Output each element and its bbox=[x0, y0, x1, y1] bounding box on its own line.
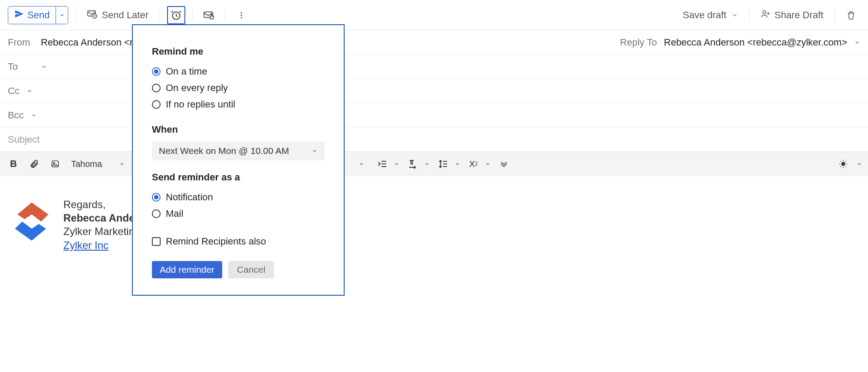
save-draft-button[interactable]: Save draft bbox=[678, 7, 742, 23]
reply-to-value[interactable]: Rebecca Anderson <rebecca@zylker.com> bbox=[664, 37, 847, 48]
svg-point-8 bbox=[763, 10, 766, 13]
when-title: When bbox=[152, 124, 325, 135]
from-label: From bbox=[8, 37, 34, 48]
line-spacing-group bbox=[436, 157, 460, 171]
send-later-button[interactable]: Send Later bbox=[82, 6, 153, 24]
remind-option-on-time[interactable]: On a time bbox=[152, 63, 325, 80]
radio-icon bbox=[152, 209, 161, 218]
svg-point-7 bbox=[240, 17, 242, 18]
line-spacing-button[interactable] bbox=[436, 157, 450, 171]
chevron-down-icon[interactable] bbox=[857, 161, 862, 166]
chevron-down-icon[interactable] bbox=[485, 161, 490, 166]
chevron-down-icon[interactable] bbox=[31, 112, 37, 118]
send-as-option-label: Mail bbox=[166, 208, 183, 219]
secure-mail-button[interactable] bbox=[200, 6, 218, 24]
svg-point-10 bbox=[53, 163, 55, 164]
separator bbox=[192, 10, 193, 21]
cancel-button[interactable]: Cancel bbox=[228, 261, 274, 278]
bold-button[interactable]: B bbox=[6, 157, 21, 171]
radio-icon bbox=[152, 193, 161, 202]
send-later-label: Send Later bbox=[102, 10, 148, 21]
cc-row[interactable]: Cc bbox=[0, 79, 868, 103]
remind-option-no-replies[interactable]: If no replies until bbox=[152, 96, 325, 113]
separator bbox=[835, 10, 835, 21]
chevron-down-icon bbox=[312, 148, 318, 154]
svg-rect-4 bbox=[210, 16, 214, 19]
formatting-toolbar: B Tahoma bbox=[0, 152, 868, 176]
remind-option-label: If no replies until bbox=[166, 99, 235, 110]
send-as-option-label: Notification bbox=[166, 192, 213, 203]
share-draft-label: Share Draft bbox=[775, 10, 824, 21]
chevron-down-icon[interactable] bbox=[854, 39, 860, 46]
separator bbox=[160, 10, 160, 21]
compose-body[interactable]: Regards, Rebecca Anders Zylker Marketing… bbox=[0, 176, 868, 274]
font-name-label: Tahoma bbox=[71, 159, 102, 169]
reminder-button[interactable] bbox=[167, 6, 185, 24]
chevron-down-icon bbox=[119, 161, 125, 166]
remind-recipients-label: Remind Recipients also bbox=[166, 236, 266, 247]
save-draft-label: Save draft bbox=[683, 10, 726, 21]
send-button[interactable]: Send bbox=[8, 7, 56, 24]
from-row: From Rebecca Anderson <rebecca Reply To … bbox=[0, 30, 868, 55]
compose-toolbar: Send Send Later bbox=[0, 0, 868, 30]
send-later-icon bbox=[87, 9, 97, 22]
send-icon bbox=[14, 9, 24, 21]
attachment-button[interactable] bbox=[27, 157, 42, 171]
bcc-label: Bcc bbox=[8, 110, 24, 121]
svg-point-5 bbox=[240, 12, 242, 13]
chevron-down-icon[interactable] bbox=[394, 161, 399, 166]
send-as-mail[interactable]: Mail bbox=[152, 206, 325, 222]
bcc-row[interactable]: Bcc bbox=[0, 103, 868, 127]
chevron-down-icon[interactable] bbox=[41, 64, 47, 70]
discard-button[interactable] bbox=[842, 6, 860, 24]
to-label: To bbox=[8, 61, 34, 72]
chevron-down-icon[interactable] bbox=[455, 161, 460, 166]
chevron-down-icon[interactable] bbox=[26, 88, 33, 94]
send-button-group: Send bbox=[8, 6, 68, 24]
share-icon bbox=[761, 9, 770, 21]
send-as-title: Send reminder as a bbox=[152, 172, 325, 183]
cc-label: Cc bbox=[8, 85, 20, 97]
separator bbox=[75, 10, 76, 21]
company-logo-icon bbox=[8, 198, 56, 245]
share-draft-button[interactable]: Share Draft bbox=[756, 7, 828, 24]
remind-option-every-reply[interactable]: On every reply bbox=[152, 80, 325, 96]
remind-me-title: Remind me bbox=[152, 46, 325, 57]
more-options-button[interactable] bbox=[232, 6, 250, 24]
indent-group bbox=[375, 157, 399, 171]
reminder-popover: Remind me On a time On every reply If no… bbox=[132, 24, 345, 296]
signature-company-link[interactable]: Zylker Inc bbox=[63, 239, 108, 251]
send-as-notification[interactable]: Notification bbox=[152, 189, 325, 206]
text-direction-button[interactable] bbox=[405, 157, 420, 171]
to-row[interactable]: To bbox=[0, 55, 868, 79]
superscript-button[interactable]: X2 bbox=[466, 157, 481, 171]
send-button-label: Send bbox=[27, 10, 49, 21]
svg-point-6 bbox=[240, 14, 242, 16]
svg-point-20 bbox=[842, 162, 845, 165]
send-dropdown-caret[interactable] bbox=[56, 7, 68, 24]
indent-button[interactable] bbox=[375, 157, 390, 171]
more-formatting-button[interactable] bbox=[496, 157, 511, 171]
remind-option-label: On every reply bbox=[166, 82, 228, 94]
popover-button-row: Add reminder Cancel bbox=[152, 261, 325, 278]
separator bbox=[225, 10, 225, 21]
radio-icon bbox=[152, 100, 161, 109]
font-family-select[interactable]: Tahoma bbox=[69, 159, 138, 169]
checkbox-icon bbox=[152, 237, 161, 246]
reply-to-label: Reply To bbox=[620, 37, 657, 48]
radio-icon bbox=[152, 67, 161, 76]
remind-recipients-checkbox[interactable]: Remind Recipients also bbox=[152, 233, 325, 250]
chevron-down-icon[interactable] bbox=[354, 157, 369, 171]
direction-group bbox=[405, 157, 430, 171]
when-value: Next Week on Mon @ 10.00 AM bbox=[159, 146, 289, 156]
chevron-down-icon bbox=[732, 12, 738, 18]
when-select[interactable]: Next Week on Mon @ 10.00 AM bbox=[152, 141, 325, 160]
chevron-down-icon[interactable] bbox=[424, 161, 430, 166]
theme-toggle-button[interactable] bbox=[836, 157, 851, 171]
add-reminder-button[interactable]: Add reminder bbox=[152, 261, 222, 278]
insert-image-button[interactable] bbox=[48, 157, 62, 171]
separator bbox=[749, 10, 750, 21]
remind-option-label: On a time bbox=[166, 66, 207, 77]
radio-icon bbox=[152, 84, 161, 92]
script-group: X2 bbox=[466, 157, 490, 171]
